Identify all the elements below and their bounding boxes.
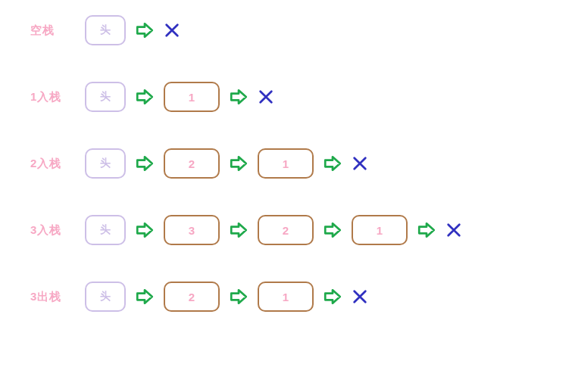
stack-row: 3入栈头321 <box>30 215 542 245</box>
arrow-right-icon <box>135 220 155 240</box>
arrow-right-icon <box>323 220 342 240</box>
row-label: 3入栈 <box>30 223 76 238</box>
stack-node: 1 <box>258 282 314 312</box>
row-label: 3出栈 <box>30 290 76 304</box>
row-label: 空栈 <box>30 23 76 38</box>
stack-diagram: 空栈头1入栈头12入栈头213入栈头3213出栈头21 <box>30 15 542 312</box>
stack-node: 2 <box>164 148 220 179</box>
stack-node: 1 <box>164 82 220 112</box>
arrow-right-icon <box>229 87 248 107</box>
cross-icon <box>258 89 274 105</box>
head-node: 头 <box>85 82 126 112</box>
stack-node: 2 <box>164 282 220 312</box>
cross-icon <box>164 22 180 39</box>
arrow-right-icon <box>417 220 436 240</box>
stack-node: 2 <box>258 215 314 245</box>
arrow-right-icon <box>135 154 155 173</box>
cross-icon <box>352 288 368 305</box>
stack-node: 1 <box>352 215 408 245</box>
row-label: 2入栈 <box>30 157 76 171</box>
arrow-right-icon <box>135 20 155 40</box>
arrow-right-icon <box>135 87 155 107</box>
stack-node: 1 <box>258 148 314 179</box>
row-label: 1入栈 <box>30 90 76 104</box>
stack-node: 3 <box>164 215 220 245</box>
head-node: 头 <box>85 15 126 45</box>
arrow-right-icon <box>323 287 342 306</box>
stack-row: 空栈头 <box>30 15 542 45</box>
head-node: 头 <box>85 215 126 245</box>
head-node: 头 <box>85 282 126 312</box>
stack-row: 2入栈头21 <box>30 148 542 179</box>
arrow-right-icon <box>135 287 155 306</box>
arrow-right-icon <box>229 287 248 306</box>
arrow-right-icon <box>323 154 342 173</box>
head-node: 头 <box>85 148 126 179</box>
stack-row: 1入栈头1 <box>30 82 542 112</box>
arrow-right-icon <box>229 220 248 240</box>
cross-icon <box>445 222 462 238</box>
arrow-right-icon <box>229 154 248 173</box>
stack-row: 3出栈头21 <box>30 282 542 312</box>
cross-icon <box>352 155 368 172</box>
